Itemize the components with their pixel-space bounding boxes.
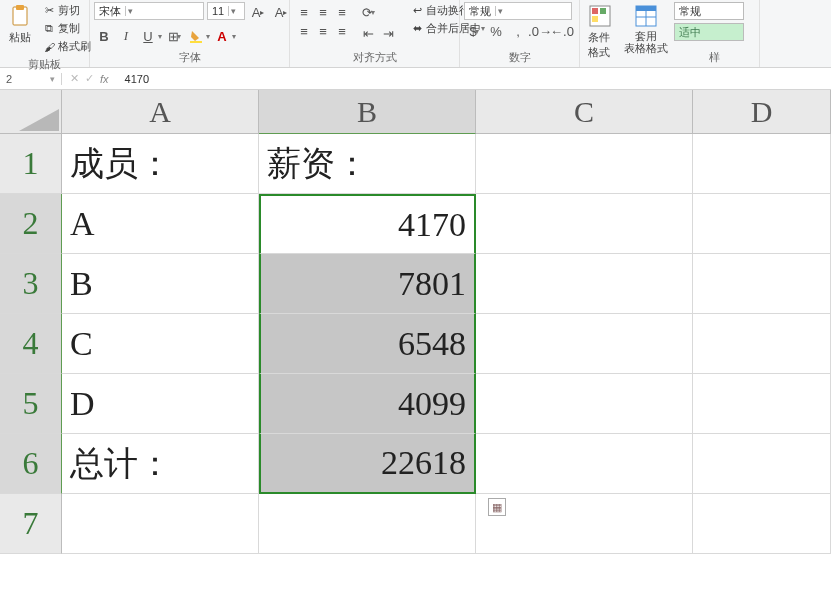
cell-style-good[interactable]: 适中	[674, 23, 744, 41]
cell-D5[interactable]	[693, 374, 831, 434]
spreadsheet-grid: A B C D 1 2 3 4 5 6 7 成员： 薪资： A 4170 B 7…	[0, 90, 831, 596]
cell-C1[interactable]	[476, 134, 693, 194]
formula-value[interactable]: 4170	[125, 73, 149, 85]
align-top-right-button[interactable]: ≡	[332, 2, 352, 22]
align-right-button[interactable]: ≡	[332, 21, 352, 41]
cell-B2[interactable]: 4170	[259, 194, 476, 254]
font-color-button[interactable]: A	[212, 26, 232, 46]
svg-rect-4	[592, 8, 598, 14]
cell-D6[interactable]	[693, 434, 831, 494]
increase-font-button[interactable]: A▸	[248, 2, 268, 22]
cell-A2[interactable]: A	[62, 194, 259, 254]
number-format-combo[interactable]: 常规▾	[464, 2, 572, 20]
increase-indent-button[interactable]: ⇥	[378, 23, 398, 43]
cell-C3[interactable]	[476, 254, 693, 314]
cell-B4[interactable]: 6548	[259, 314, 476, 374]
row-headers: 1 2 3 4 5 6 7	[0, 134, 62, 554]
cond-format-icon	[588, 4, 612, 28]
format-as-table-button[interactable]: 套用 表格格式	[620, 2, 672, 56]
cell-A1[interactable]: 成员：	[62, 134, 259, 194]
group-font-label: 字体	[94, 48, 285, 67]
cell-C6[interactable]	[476, 434, 693, 494]
name-box[interactable]: 2 ▾	[0, 73, 62, 85]
font-family-combo[interactable]: 宋体▾	[94, 2, 204, 20]
cell-C4[interactable]	[476, 314, 693, 374]
col-header-D[interactable]: D	[693, 90, 831, 134]
cell-B3[interactable]: 7801	[259, 254, 476, 314]
row-header-5[interactable]: 5	[0, 374, 62, 434]
cell-B6[interactable]: 22618	[259, 434, 476, 494]
cell-style-normal[interactable]: 常规	[674, 2, 744, 20]
paste-button[interactable]: 粘贴	[4, 2, 36, 47]
clipboard-icon	[8, 4, 32, 28]
cell-D3[interactable]	[693, 254, 831, 314]
confirm-icon[interactable]: ✓	[85, 72, 94, 85]
row-header-3[interactable]: 3	[0, 254, 62, 314]
align-center-button[interactable]: ≡	[313, 21, 333, 41]
col-header-A[interactable]: A	[62, 90, 259, 134]
cell-B1[interactable]: 薪资：	[259, 134, 476, 194]
decrease-font-button[interactable]: A▸	[271, 2, 291, 22]
cut-button[interactable]: ✂ 剪切	[40, 2, 93, 19]
decrease-decimal-button[interactable]: ←.0	[552, 21, 572, 41]
underline-button[interactable]: U	[138, 26, 158, 46]
scissors-icon: ✂	[42, 4, 56, 18]
cell-C5[interactable]	[476, 374, 693, 434]
row-header-7[interactable]: 7	[0, 494, 62, 554]
cell-A7[interactable]	[62, 494, 259, 554]
format-painter-button[interactable]: 🖌 格式刷	[40, 38, 93, 55]
bold-button[interactable]: B	[94, 26, 114, 46]
chevron-down-icon: ▾	[495, 6, 505, 16]
group-styles: 常规 适中 样	[670, 0, 760, 67]
cell-A6[interactable]: 总计：	[62, 434, 259, 494]
cell-A5[interactable]: D	[62, 374, 259, 434]
group-number: 常规▾ $▾ % , .0→ ←.0 数字	[460, 0, 580, 67]
percent-format-button[interactable]: %	[486, 21, 506, 41]
cell-C2[interactable]	[476, 194, 693, 254]
quick-analysis-button[interactable]: ▦	[488, 498, 506, 516]
cell-A4[interactable]: C	[62, 314, 259, 374]
select-all-corner[interactable]	[0, 90, 62, 134]
col-header-B[interactable]: B	[259, 90, 476, 134]
row-header-6[interactable]: 6	[0, 434, 62, 494]
group-font: 宋体▾ 11▾ A▸ A▸ B I U ▾ ⊞▾ ▾ A ▾	[90, 0, 290, 67]
cell-B5[interactable]: 4099	[259, 374, 476, 434]
row-header-1[interactable]: 1	[0, 134, 62, 194]
align-top-center-button[interactable]: ≡	[313, 2, 333, 22]
increase-decimal-button[interactable]: .0→	[530, 21, 550, 41]
copy-button[interactable]: ⧉ 复制	[40, 20, 93, 37]
brush-icon: 🖌	[42, 40, 56, 54]
row-header-2[interactable]: 2	[0, 194, 62, 254]
cell-D1[interactable]	[693, 134, 831, 194]
decrease-indent-button[interactable]: ⇤	[358, 23, 378, 43]
border-button[interactable]: ⊞▾	[164, 26, 184, 46]
row-header-4[interactable]: 4	[0, 314, 62, 374]
cell-D2[interactable]	[693, 194, 831, 254]
chevron-down-icon[interactable]: ▾	[158, 32, 162, 41]
cell-A3[interactable]: B	[62, 254, 259, 314]
chevron-down-icon[interactable]: ▾	[206, 32, 210, 41]
fx-label[interactable]: fx	[100, 73, 109, 85]
chevron-down-icon[interactable]: ▾	[232, 32, 236, 41]
cond-format-label: 条件格式	[588, 30, 612, 60]
cell-C7[interactable]	[476, 494, 693, 554]
align-left-button[interactable]: ≡	[294, 21, 314, 41]
chevron-down-icon: ▾	[125, 6, 135, 16]
fill-color-button[interactable]	[186, 26, 206, 46]
align-top-left-button[interactable]: ≡	[294, 2, 314, 22]
cell-D7[interactable]	[693, 494, 831, 554]
formula-bar: 2 ▾ ✕ ✓ fx 4170	[0, 68, 831, 90]
comma-format-button[interactable]: ,	[508, 21, 528, 41]
cell-D4[interactable]	[693, 314, 831, 374]
copy-icon: ⧉	[42, 22, 56, 36]
wrap-icon: ↩	[410, 4, 424, 18]
accounting-format-button[interactable]: $▾	[464, 21, 484, 41]
italic-button[interactable]: I	[116, 26, 136, 46]
cancel-icon[interactable]: ✕	[70, 72, 79, 85]
col-header-C[interactable]: C	[476, 90, 693, 134]
conditional-formatting-button[interactable]: 条件格式	[584, 2, 616, 62]
cell-B7[interactable]	[259, 494, 476, 554]
svg-rect-6	[592, 16, 598, 22]
font-size-combo[interactable]: 11▾	[207, 2, 245, 20]
orientation-button[interactable]: ⟳▾	[358, 2, 378, 22]
